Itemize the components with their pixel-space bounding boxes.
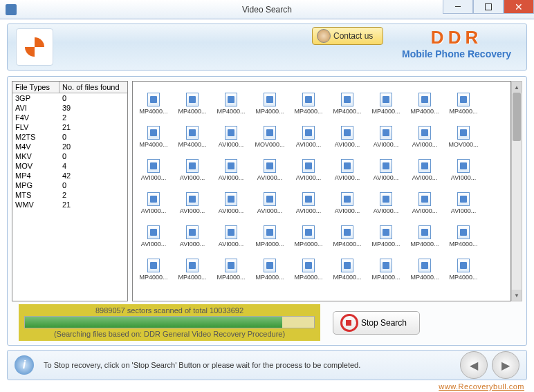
footer-bar: i To Stop recovery, click on 'Stop Searc… (7, 350, 527, 380)
file-item[interactable]: MP4000... (405, 214, 444, 248)
file-item[interactable]: AVI000... (444, 148, 483, 181)
col-filetypes[interactable]: File Types (12, 82, 59, 93)
brand-ddr: DDR (402, 27, 511, 48)
table-row[interactable]: WMV21 (12, 200, 127, 209)
file-item[interactable]: MP4000... (367, 214, 405, 248)
file-item[interactable]: MP4000... (134, 115, 173, 148)
file-item[interactable]: MP4000... (250, 214, 289, 248)
file-item[interactable]: AVI000... (212, 214, 250, 248)
file-item[interactable]: AVI000... (212, 181, 250, 214)
video-file-icon (302, 259, 315, 272)
table-row[interactable]: M2TS0 (12, 132, 127, 142)
file-item[interactable]: MP4000... (444, 248, 483, 281)
table-row[interactable]: MTS2 (12, 190, 127, 200)
file-item[interactable]: MP4000... (328, 82, 367, 115)
prev-button[interactable]: ◀ (460, 351, 488, 379)
file-item[interactable]: AVI000... (405, 115, 444, 148)
video-file-icon (225, 192, 237, 206)
file-item[interactable]: AVI000... (289, 148, 328, 181)
file-item[interactable]: MP4000... (212, 82, 250, 115)
file-item[interactable]: AVI000... (367, 115, 405, 148)
file-item[interactable]: MP4000... (328, 214, 367, 248)
file-item[interactable]: AVI000... (173, 148, 212, 181)
file-item[interactable]: AVI000... (250, 181, 289, 214)
file-item[interactable]: MP4000... (405, 248, 444, 281)
video-file-icon (418, 159, 431, 173)
table-row[interactable]: MOV4 (12, 161, 127, 171)
scroll-down-icon[interactable]: ▼ (512, 290, 522, 301)
table-row[interactable]: MPG0 (12, 180, 127, 190)
video-file-icon (264, 259, 276, 272)
video-file-icon (418, 93, 431, 106)
table-row[interactable]: 3GP0 (12, 93, 127, 103)
scroll-thumb[interactable] (513, 93, 521, 141)
file-item[interactable]: AVI000... (328, 115, 367, 148)
watermark-link[interactable]: www.Recoverybull.com (439, 382, 524, 391)
table-row[interactable]: F4V2 (12, 113, 127, 122)
table-row[interactable]: AVI39 (12, 103, 127, 113)
file-item[interactable]: MP4000... (250, 248, 289, 281)
video-file-icon (147, 259, 160, 272)
file-item[interactable]: AVI000... (212, 115, 250, 148)
video-file-icon (418, 192, 431, 206)
video-file-icon (457, 126, 470, 140)
video-file-icon (225, 225, 237, 239)
file-item[interactable]: MP4000... (289, 214, 328, 248)
video-file-icon (380, 93, 392, 106)
file-item[interactable]: MP4000... (444, 82, 483, 115)
next-button[interactable]: ▶ (492, 351, 519, 379)
file-item[interactable]: MP4000... (367, 248, 405, 281)
file-item[interactable]: MOV000... (444, 115, 483, 148)
table-row[interactable]: FLV21 (12, 122, 127, 132)
main-panel: File Types No. of files found 3GP0AVI39F… (7, 76, 527, 346)
video-file-icon (341, 159, 353, 173)
file-item[interactable]: AVI000... (289, 115, 328, 148)
file-item[interactable]: AVI000... (173, 181, 212, 214)
file-item[interactable]: AVI000... (173, 214, 212, 248)
minimize-button[interactable] (443, 0, 473, 14)
file-item[interactable]: AVI000... (405, 148, 444, 181)
contact-us-button[interactable]: Contact us (312, 27, 383, 45)
file-item[interactable]: MP4000... (367, 82, 405, 115)
video-file-icon (147, 126, 160, 140)
file-item[interactable]: MP4000... (134, 248, 173, 281)
file-item[interactable]: MP4000... (289, 82, 328, 115)
video-file-icon (225, 126, 237, 140)
file-item[interactable]: MP4000... (212, 248, 250, 281)
file-item[interactable]: MP4000... (173, 115, 212, 148)
file-item[interactable]: AVI000... (134, 214, 173, 248)
video-file-icon (418, 225, 431, 239)
video-file-icon (457, 225, 470, 239)
table-row[interactable]: MKV0 (12, 151, 127, 161)
file-item[interactable]: MOV000... (250, 115, 289, 148)
col-count[interactable]: No. of files found (59, 82, 127, 93)
file-item[interactable]: AVI000... (289, 181, 328, 214)
file-item[interactable]: AVI000... (250, 148, 289, 181)
file-item[interactable]: AVI000... (134, 148, 173, 181)
file-item[interactable]: AVI000... (367, 148, 405, 181)
maximize-button[interactable] (473, 0, 504, 14)
files-scrollbar[interactable]: ▲ ▼ (511, 81, 522, 301)
file-item[interactable]: MP4000... (328, 248, 367, 281)
table-row[interactable]: MP442 (12, 171, 127, 180)
table-row[interactable]: M4V20 (12, 142, 127, 151)
file-item[interactable]: AVI000... (328, 181, 367, 214)
scroll-up-icon[interactable]: ▲ (512, 82, 522, 93)
file-item[interactable]: MP4000... (173, 82, 212, 115)
file-item[interactable]: MP4000... (405, 82, 444, 115)
progress-bar (24, 316, 315, 328)
file-item[interactable]: AVI000... (405, 181, 444, 214)
file-item[interactable]: MP4000... (134, 82, 173, 115)
video-file-icon (264, 225, 276, 239)
file-item[interactable]: AVI000... (212, 148, 250, 181)
file-item[interactable]: MP4000... (250, 82, 289, 115)
file-item[interactable]: AVI000... (134, 181, 173, 214)
file-item[interactable]: MP4000... (289, 248, 328, 281)
file-item[interactable]: AVI000... (328, 148, 367, 181)
file-item[interactable]: MP4000... (173, 248, 212, 281)
stop-search-button[interactable]: Stop Search (333, 311, 420, 335)
file-item[interactable]: MP4000... (444, 214, 483, 248)
file-item[interactable]: AVI000... (444, 181, 483, 214)
close-button[interactable]: ✕ (504, 0, 534, 14)
file-item[interactable]: AVI000... (367, 181, 405, 214)
